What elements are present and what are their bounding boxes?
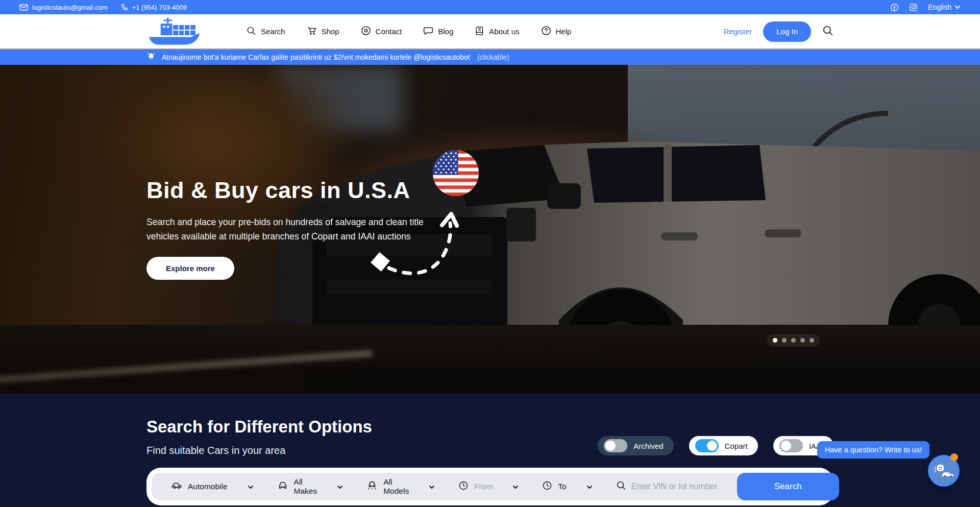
filter-label: All Makes (294, 477, 317, 496)
toggle-label: Copart (725, 442, 748, 450)
filter-vehicle-type[interactable]: Automobile (171, 480, 254, 493)
nav-item-search[interactable]: Search (247, 26, 285, 37)
hero-title: Bid & Buy cars in U.S.A (146, 177, 473, 204)
nav-label: Blog (438, 27, 453, 36)
nav-search-icon[interactable] (822, 25, 834, 38)
toggle-label: Archived (633, 442, 663, 450)
toggle-archived[interactable]: Archived (598, 436, 673, 455)
carousel-dot[interactable] (782, 338, 787, 343)
explore-more-button[interactable]: Explore more (146, 257, 234, 280)
cart-icon (307, 26, 317, 37)
filter-label: To (558, 482, 566, 491)
filter-make[interactable]: All Makes (277, 477, 344, 496)
search-filter-bar: Automobile All Makes All Models From (146, 468, 834, 505)
car-side-icon (171, 480, 182, 493)
email-icon (19, 4, 28, 11)
filter-label: Automobile (188, 482, 228, 491)
nav-item-help[interactable]: Help (541, 26, 572, 37)
search-icon (247, 26, 256, 37)
section-title: Search for Different Options (146, 417, 372, 437)
carousel-dots (767, 334, 820, 347)
toggle-copart[interactable]: Copart (689, 436, 758, 455)
vin-search-icon (616, 480, 626, 493)
instagram-icon[interactable] (909, 3, 918, 12)
chevron-down-icon (586, 482, 593, 491)
book-icon (475, 26, 484, 37)
nav-label: Shop (322, 27, 339, 36)
chat-tooltip[interactable]: Have a question? Write to us! (817, 441, 929, 458)
filter-model[interactable]: All Models (366, 477, 435, 496)
logo-ship-icon[interactable] (146, 17, 203, 46)
hero-description: Search and place your pre-bids on hundre… (146, 215, 445, 244)
car-front-icon (277, 480, 288, 493)
filter-label: All Models (383, 477, 409, 496)
toggle-switch[interactable] (604, 439, 627, 452)
nav-menu: Search Shop Contact Blog About us Help (247, 26, 571, 37)
chat-notification-badge (950, 453, 958, 461)
vin-input[interactable] (631, 482, 737, 491)
chevron-down-icon (954, 5, 961, 9)
carousel-dot[interactable] (791, 338, 796, 343)
login-button[interactable]: Log In (763, 21, 811, 42)
clock-icon (458, 480, 469, 493)
carousel-dot[interactable] (810, 338, 814, 343)
language-selector[interactable]: English (928, 3, 961, 11)
facebook-icon[interactable] (890, 3, 899, 12)
filter-year-to[interactable]: To (542, 480, 592, 493)
carousel-dot[interactable] (773, 338, 777, 343)
hero-banner: Bid & Buy cars in U.S.A Search and place… (0, 65, 980, 394)
location-pin-icon (361, 26, 371, 37)
language-label: English (928, 3, 951, 11)
register-link[interactable]: Register (723, 27, 752, 36)
filter-label: From (474, 482, 493, 491)
nav-item-shop[interactable]: Shop (307, 26, 339, 37)
chevron-down-icon (337, 482, 343, 491)
chat-bubble-icon (423, 26, 433, 37)
section-subtitle: Find suitable Cars in your area (146, 445, 372, 456)
email-contact[interactable]: logisticstauto@gmail.com (19, 4, 108, 11)
phone-icon (121, 4, 128, 11)
announcement-text: Atnaujinome bot'a kuriame Carfax galite … (162, 53, 470, 61)
announcement-bar[interactable]: Atnaujinome bot'a kuriame Carfax galite … (0, 50, 980, 65)
top-contact-bar: logisticstauto@gmail.com +1 (954) 703-40… (0, 0, 980, 14)
chevron-down-icon (512, 482, 519, 491)
bell-icon (146, 52, 156, 63)
email-text: logisticstauto@gmail.com (32, 4, 108, 11)
toggle-switch[interactable] (695, 439, 719, 452)
nav-item-contact[interactable]: Contact (361, 26, 402, 37)
chevron-down-icon (429, 482, 435, 491)
carousel-dot[interactable] (800, 338, 805, 343)
question-circle-icon (541, 26, 551, 37)
nav-item-blog[interactable]: Blog (423, 26, 453, 37)
nav-label: About us (489, 27, 519, 36)
nav-label: Help (556, 27, 572, 36)
car-model-icon (366, 480, 378, 493)
clock-icon (542, 480, 552, 493)
chat-mascot-icon (931, 458, 957, 484)
phone-text: +1 (954) 703-4009 (132, 4, 187, 11)
nav-label: Search (261, 27, 285, 36)
source-toggles: Archived Copart IAAI (598, 436, 834, 455)
phone-contact[interactable]: +1 (954) 703-4009 (121, 4, 187, 11)
nav-label: Contact (376, 27, 402, 36)
search-button[interactable]: Search (737, 473, 839, 500)
announcement-clickable[interactable]: (clickable) (477, 53, 509, 61)
chevron-down-icon (248, 482, 254, 491)
filter-year-from[interactable]: From (458, 480, 519, 493)
nav-item-about[interactable]: About us (475, 26, 519, 37)
main-navigation: Search Shop Contact Blog About us Help (0, 14, 980, 50)
toggle-switch[interactable] (779, 439, 803, 452)
